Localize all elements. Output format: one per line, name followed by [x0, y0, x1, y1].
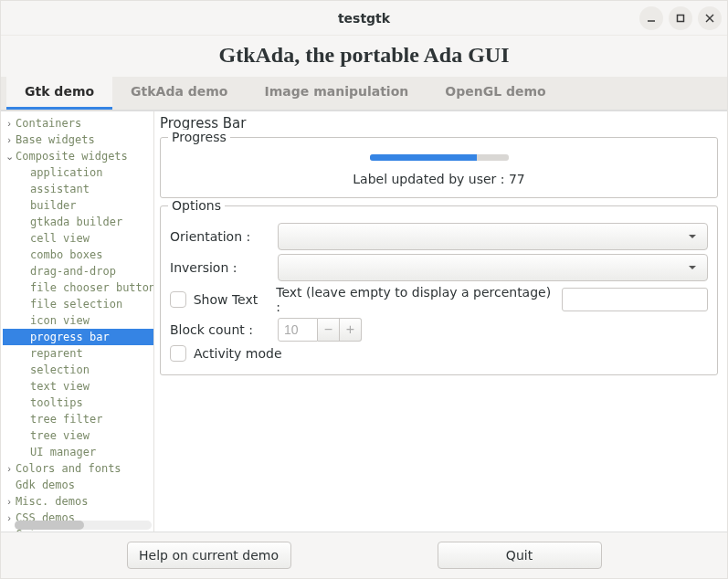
tree-sidebar[interactable]: ›Containers›Base widgets⌄Composite widge… [1, 111, 154, 532]
text-field[interactable] [562, 288, 708, 311]
chevron-right-icon: › [3, 529, 16, 532]
tree-item-builder[interactable]: ›builder [3, 197, 153, 214]
tree-item-progress-bar[interactable]: ›progress bar [3, 329, 153, 345]
tree-item-assistant[interactable]: ›assistant [3, 181, 153, 197]
show-text-checkbox[interactable] [170, 291, 186, 308]
tree-item-selection[interactable]: ›selection [3, 362, 153, 378]
tree-item-label: cell view [30, 232, 90, 245]
tree-item-label: selection [30, 363, 90, 376]
tree-item-ui-manager[interactable]: ›UI manager [3, 444, 153, 460]
text-field-label: Text (leave empty to display a percentag… [276, 285, 554, 314]
progress-legend: Progress [168, 130, 230, 144]
block-count-input[interactable] [278, 318, 318, 342]
block-count-plus-button[interactable]: + [340, 318, 362, 342]
tree-item-label: builder [30, 199, 77, 212]
quit-button[interactable]: Quit [438, 542, 602, 569]
activity-mode-label: Activity mode [194, 346, 282, 361]
tree-item-base-widgets[interactable]: ›Base widgets [3, 132, 153, 148]
tree-item-label: Misc. demos [16, 495, 88, 508]
tree-item-drag-and-drop[interactable]: ›drag-and-drop [3, 263, 153, 279]
tree-item-containers[interactable]: ›Containers [3, 115, 153, 132]
tree-item-label: combo boxes [30, 248, 102, 261]
chevron-down-icon [687, 262, 698, 273]
tree-item-misc-demos[interactable]: ›Misc. demos [3, 493, 153, 510]
tree-item-gtkada-builder[interactable]: ›gtkada builder [3, 214, 153, 230]
tree-item-label: icon view [30, 314, 90, 327]
maximize-button[interactable] [669, 6, 692, 30]
activity-mode-checkbox[interactable] [170, 345, 186, 362]
close-button[interactable] [698, 6, 722, 30]
tree-item-label: file chooser button [30, 281, 154, 294]
chevron-down-icon: ⌄ [3, 151, 16, 163]
chevron-right-icon: › [3, 512, 16, 523]
tree-item-label: tooltips [30, 396, 83, 409]
orientation-combo[interactable] [278, 223, 708, 250]
tab-gtkada-demo[interactable]: GtkAda demo [112, 77, 246, 110]
main-area: ›Containers›Base widgets⌄Composite widge… [1, 111, 727, 532]
progress-frame: Progress Label updated by user : 77 [160, 137, 718, 198]
chevron-down-icon [687, 231, 698, 242]
title-bar: testgtk [1, 1, 727, 36]
tree-item-gdk-demos[interactable]: ›Gdk demos [3, 477, 153, 493]
tree-item-label: file selection [30, 298, 122, 311]
tree-item-label: assistant [30, 183, 90, 195]
tree-item-label: tree filter [30, 413, 102, 426]
tab-opengl-demo[interactable]: OpenGL demo [427, 77, 564, 110]
tree-item-application[interactable]: ›application [3, 164, 153, 181]
tree-item-label: drag-and-drop [30, 265, 116, 278]
tree-item-label: Gdk demos [16, 479, 75, 491]
progress-fill [370, 154, 477, 161]
help-button[interactable]: Help on current demo [127, 542, 291, 569]
tree-item-file-selection[interactable]: ›file selection [3, 296, 153, 312]
window-title: testgtk [8, 11, 720, 26]
tree-item-label: gtkada builder [30, 216, 122, 228]
tree-item-label: reparent [30, 347, 83, 360]
horizontal-scrollbar[interactable] [15, 521, 152, 530]
tree-item-label: text view [30, 380, 90, 393]
block-count-minus-button[interactable]: − [318, 318, 340, 342]
page-title: GtkAda, the portable Ada GUI [1, 36, 727, 77]
content-title: Progress Bar [160, 115, 718, 132]
tree-item-tooltips[interactable]: ›tooltips [3, 395, 153, 411]
tree-item-label: Containers [16, 117, 81, 130]
progress-label: Label updated by user : 77 [353, 172, 525, 186]
tree-item-label: application [30, 166, 102, 179]
options-legend: Options [168, 198, 225, 213]
chevron-right-icon: › [3, 134, 16, 145]
svg-rect-1 [678, 16, 684, 22]
chevron-right-icon: › [3, 496, 16, 507]
chevron-right-icon: › [3, 118, 16, 129]
block-count-label: Block count : [170, 322, 270, 337]
inversion-combo[interactable] [278, 254, 708, 281]
tree-item-text-view[interactable]: ›text view [3, 378, 153, 395]
progress-bar [370, 154, 509, 161]
demo-content: Progress Bar Progress Label updated by u… [154, 111, 727, 532]
tree-item-composite-widgets[interactable]: ⌄Composite widgets [3, 148, 153, 164]
tree-item-icon-view[interactable]: ›icon view [3, 312, 153, 329]
tab-bar: Gtk demoGtkAda demoImage manipulationOpe… [1, 77, 727, 111]
footer: Help on current demo Quit [1, 532, 727, 578]
tree-item-label: Base widgets [16, 133, 95, 146]
tree-item-label: progress bar [30, 331, 110, 343]
tree-item-label: Composite widgets [16, 150, 128, 163]
tree-item-tree-filter[interactable]: ›tree filter [3, 411, 153, 427]
tree-item-cell-view[interactable]: ›cell view [3, 230, 153, 247]
tree-item-colors-and-fonts[interactable]: ›Colors and fonts [3, 460, 153, 477]
minimize-button[interactable] [639, 6, 663, 30]
chevron-right-icon: › [3, 463, 16, 474]
tree-item-file-chooser-button[interactable]: ›file chooser button [3, 279, 153, 296]
tree-item-label: Colors and fonts [16, 462, 121, 475]
tab-image-manipulation[interactable]: Image manipulation [247, 77, 427, 110]
window-controls [639, 6, 722, 30]
orientation-label: Orientation : [170, 229, 270, 244]
tree-item-tree-view[interactable]: ›tree view [3, 427, 153, 444]
tree-item-combo-boxes[interactable]: ›combo boxes [3, 247, 153, 263]
options-frame: Options Orientation : Inversion : Show T… [160, 205, 718, 375]
block-count-spinner[interactable]: − + [278, 318, 362, 342]
tree-item-label: tree view [30, 429, 90, 442]
tree-item-reparent[interactable]: ›reparent [3, 345, 153, 362]
tree-item-label: UI manager [30, 446, 96, 458]
scrollbar-thumb[interactable] [15, 521, 84, 530]
show-text-label: Show Text [194, 292, 269, 307]
tab-gtk-demo[interactable]: Gtk demo [6, 77, 112, 110]
